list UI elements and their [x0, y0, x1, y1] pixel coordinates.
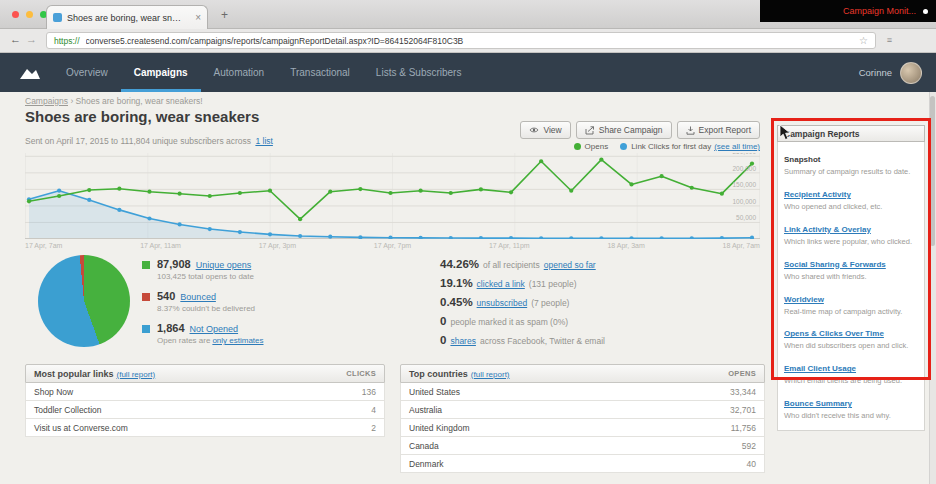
- stats-column: 44.26% of all recipients opened so far 1…: [440, 258, 760, 353]
- svg-text:150,000: 150,000: [733, 181, 757, 188]
- not-opened-link[interactable]: Not Opened: [190, 324, 239, 334]
- window-minimize-button[interactable]: [26, 11, 33, 18]
- url-text: converse5.createsend.com/campaigns/repor…: [86, 36, 854, 46]
- new-tab-button[interactable]: +: [221, 8, 228, 22]
- recording-label: Campaign Monit...: [843, 6, 916, 16]
- nav-campaigns[interactable]: Campaigns: [121, 53, 201, 92]
- table-row: United States 33,344: [400, 383, 765, 401]
- legend-opens: Opens: [574, 142, 609, 151]
- popular-links-table: Most popular links(full report) CLICKS S…: [25, 364, 385, 437]
- bounced-link[interactable]: Bounced: [180, 292, 216, 302]
- sidebar-item-link-activity: Link Activity & Overlay Which links were…: [784, 218, 918, 246]
- svg-text:250,000: 250,000: [733, 153, 757, 155]
- blue-swatch-icon: [142, 325, 150, 333]
- opened-so-far-link[interactable]: opened so far: [544, 260, 596, 270]
- table-row: Canada 592: [400, 437, 765, 455]
- clicks-column-header: CLICKS: [346, 369, 376, 378]
- stat-shares: 0 shares across Facebook, Twitter & emai…: [440, 334, 760, 346]
- countries-full-report-link[interactable]: (full report): [471, 370, 510, 379]
- top-countries-table: Top countries(full report) OPENS United …: [400, 364, 765, 473]
- campaign-reports-header: Campaign Reports: [777, 125, 925, 142]
- line-chart-svg: 250,000200,000150,000100,00050,000: [25, 153, 760, 239]
- links-table-header: Most popular links(full report) CLICKS: [25, 364, 385, 383]
- x-tick-label: 17 Apr, 11pm: [489, 242, 530, 249]
- bookmark-star-icon[interactable]: ☆: [859, 35, 868, 46]
- nav-user[interactable]: Corinne: [859, 53, 936, 92]
- svg-text:50,000: 50,000: [736, 214, 756, 221]
- mouse-cursor-icon: [779, 124, 791, 142]
- browser-menu-icon[interactable]: ≡: [887, 35, 892, 45]
- svg-text:100,000: 100,000: [733, 198, 757, 205]
- x-tick-label: 18 Apr, 3am: [607, 242, 644, 249]
- share-campaign-button[interactable]: Share Campaign: [576, 121, 672, 139]
- x-tick-label: 18 Apr, 7am: [723, 242, 760, 249]
- sidebar-item-email-client-usage: Email Client Usage Which email clients a…: [784, 357, 918, 385]
- site-favicon-icon: [53, 13, 62, 22]
- export-report-button[interactable]: Export Report: [677, 121, 760, 139]
- back-button[interactable]: ←: [10, 33, 21, 45]
- logo-icon: [20, 66, 40, 80]
- breadcrumb: Campaigns › Shoes are boring, wear sneak…: [25, 96, 203, 106]
- table-row: Australia 32,701: [400, 401, 765, 419]
- see-all-time-link[interactable]: (see all time): [714, 142, 760, 151]
- sidebar-item-bounce-summary: Bounce Summary Who didn't receive this a…: [784, 392, 918, 420]
- legend-unique-opens: 87,908 Unique opens 103,425 total opens …: [142, 258, 422, 281]
- browser-tab[interactable]: Shoes are boring, wear sneakers! ×: [46, 5, 208, 29]
- legend-bounced: 540 Bounced 8.37% couldn't be delivered: [142, 290, 422, 313]
- sidebar-item-opens-clicks-over-time: Opens & Clicks Over Time When did subscr…: [784, 322, 918, 350]
- tab-close-icon[interactable]: ×: [195, 12, 201, 23]
- stat-opened: 44.26% of all recipients opened so far: [440, 258, 760, 270]
- browser-toolbar: ← → https:// converse5.createsend.com/ca…: [0, 29, 936, 53]
- sidebar-item-social-sharing: Social Sharing & Forwards Who shared wit…: [784, 253, 918, 281]
- forward-button[interactable]: →: [26, 33, 37, 45]
- export-icon: [686, 126, 695, 135]
- x-tick-label: 17 Apr, 7pm: [374, 242, 411, 249]
- opens-column-header: OPENS: [728, 369, 756, 378]
- nav-automation[interactable]: Automation: [201, 53, 278, 92]
- green-swatch-icon: [142, 261, 150, 269]
- only-estimates-link[interactable]: only estimates: [212, 336, 263, 345]
- campaign-monitor-logo[interactable]: [0, 53, 53, 92]
- view-button[interactable]: View: [520, 121, 570, 139]
- url-scheme: https://: [54, 36, 80, 46]
- sidebar-item-recipient-activity: Recipient Activity Who opened and clicke…: [784, 183, 918, 211]
- address-bar[interactable]: https:// converse5.createsend.com/campai…: [46, 32, 876, 49]
- table-row: United Kingdom 11,756: [400, 419, 765, 437]
- page-scrollbar[interactable]: [929, 92, 936, 484]
- scrollbar-thumb[interactable]: [930, 96, 935, 246]
- clicked-a-link-link[interactable]: clicked a link: [477, 279, 525, 289]
- table-row: Visit us at Converse.com 2: [25, 419, 385, 437]
- breadcrumb-separator: ›: [70, 96, 73, 106]
- nav-overview[interactable]: Overview: [53, 53, 121, 92]
- breadcrumb-campaigns-link[interactable]: Campaigns: [25, 96, 68, 106]
- red-swatch-icon: [142, 293, 150, 301]
- unsubscribed-link[interactable]: unsubscribed: [477, 298, 528, 308]
- unique-opens-link[interactable]: Unique opens: [196, 260, 252, 270]
- window-close-button[interactable]: [12, 11, 19, 18]
- table-row: Shop Now 136: [25, 383, 385, 401]
- recording-banner: Campaign Monit...: [760, 0, 936, 22]
- legend-link-clicks: Link Clicks for first day(see all time): [620, 142, 760, 151]
- shares-link[interactable]: shares: [450, 336, 476, 346]
- x-tick-label: 17 Apr, 3pm: [259, 242, 296, 249]
- table-row: Toddler Collection 4: [25, 401, 385, 419]
- stat-clicked: 19.1% clicked a link (131 people): [440, 277, 760, 289]
- clicks-dot-icon: [620, 143, 627, 150]
- user-avatar[interactable]: [900, 62, 922, 84]
- user-name: Corinne: [859, 67, 892, 78]
- table-row: Denmark 40: [400, 455, 765, 473]
- tab-title: Shoes are boring, wear sneakers!: [67, 13, 185, 23]
- recording-dot-icon: [923, 9, 928, 14]
- links-full-report-link[interactable]: (full report): [117, 370, 156, 379]
- eye-icon: [529, 126, 539, 134]
- pie-legend: 87,908 Unique opens 103,425 total opens …: [142, 258, 422, 354]
- countries-table-header: Top countries(full report) OPENS: [400, 364, 765, 383]
- sidebar-item-worldview: Worldview Real-time map of campaign acti…: [784, 288, 918, 316]
- share-icon: [585, 126, 595, 135]
- nav-transactional[interactable]: Transactional: [277, 53, 363, 92]
- pie-chart: [38, 255, 130, 347]
- stat-unsubscribed: 0.45% unsubscribed (7 people): [440, 296, 760, 308]
- nav-lists-subscribers[interactable]: Lists & Subscribers: [363, 53, 475, 92]
- chart-legend: Opens Link Clicks for first day(see all …: [25, 142, 760, 151]
- x-tick-label: 17 Apr, 7am: [25, 242, 62, 249]
